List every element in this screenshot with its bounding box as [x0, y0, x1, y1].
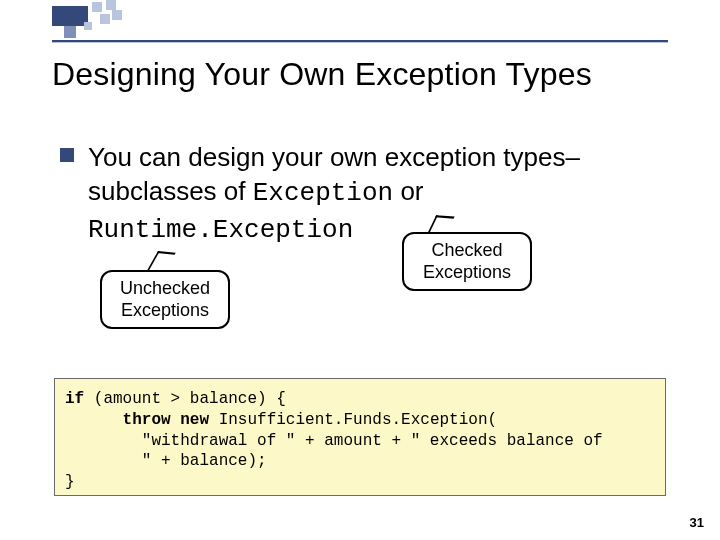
code-block: if (amount > balance) { throw new Insuff… [54, 378, 666, 496]
text-fragment: You can design your own exception types– [88, 142, 580, 172]
slide-title: Designing Your Own Exception Types [52, 56, 592, 93]
callout-line: Checked [431, 240, 502, 260]
page-number: 31 [690, 515, 704, 530]
deco-light-square [92, 2, 102, 12]
code-text [171, 411, 181, 429]
code-text: (amount > balance) { [84, 390, 286, 408]
bullet-text: You can design your own exception types–… [88, 140, 670, 247]
code-text [65, 411, 123, 429]
slide: Designing Your Own Exception Types You c… [0, 0, 720, 540]
bullet-item: You can design your own exception types–… [60, 140, 670, 247]
header-rule [52, 40, 668, 43]
deco-light-square [112, 10, 122, 20]
deco-light-square [64, 26, 76, 38]
code-text: " + balance); [65, 452, 267, 470]
deco-light-square [84, 22, 92, 30]
keyword: new [180, 411, 209, 429]
callout-line: Unchecked [120, 278, 210, 298]
header-decoration [0, 0, 720, 40]
callout-unchecked: Unchecked Exceptions [100, 270, 230, 329]
deco-light-square [100, 14, 110, 24]
keyword: if [65, 390, 84, 408]
code-text: "withdrawal of " + amount + " exceeds ba… [65, 432, 603, 450]
code-text: } [65, 473, 75, 491]
keyword: throw [123, 411, 171, 429]
callout-line: Exceptions [423, 262, 511, 282]
deco-dark-square [52, 6, 88, 26]
text-fragment: subclasses of [88, 176, 253, 206]
bullet-icon [60, 148, 74, 162]
code-inline: Runtime.Exception [88, 215, 353, 245]
callout-line: Exceptions [121, 300, 209, 320]
deco-light-square [106, 0, 116, 10]
text-fragment: or [393, 176, 423, 206]
code-inline: Exception [253, 178, 393, 208]
callout-checked: Checked Exceptions [402, 232, 532, 291]
code-text: Insufficient.Funds.Exception( [209, 411, 497, 429]
